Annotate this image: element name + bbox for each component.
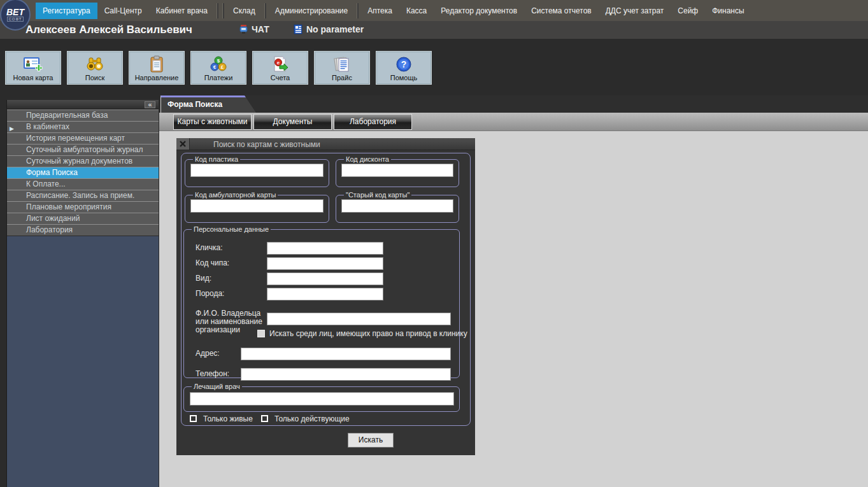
binoculars-icon	[85, 55, 104, 74]
discount-code-label: Код дисконта	[344, 155, 391, 163]
clipboard-icon	[149, 55, 164, 74]
menu-item-finansy[interactable]: Финансы	[705, 3, 751, 19]
doctor-group: Лечащий врач	[183, 383, 460, 412]
chat-button[interactable]: ЧАТ	[239, 24, 269, 34]
menu-item-sistema-otchetov[interactable]: Система отчетов	[524, 3, 599, 19]
doctor-input[interactable]	[190, 392, 454, 406]
ambulatory-code-group: Код амбулаторной карты	[185, 191, 329, 223]
menu-item-seyf[interactable]: Сейф	[671, 3, 705, 19]
price-list-button[interactable]: Прайс	[314, 51, 370, 85]
discount-code-input[interactable]	[341, 164, 453, 177]
menu-separator	[357, 3, 359, 18]
parameter-button[interactable]: No parameter	[294, 24, 364, 34]
toolbar-button-label: Направление	[135, 74, 179, 81]
owner-name-input[interactable]	[267, 313, 451, 325]
sidebar-item-sutochny-ambulatorny[interactable]: Суточный амбулаторный журнал	[7, 144, 159, 155]
menu-item-call-center[interactable]: Call-Центр	[97, 3, 149, 19]
owner-search-checkbox-label: Искать среди лиц, имеющих право на приво…	[269, 329, 467, 338]
phone-input[interactable]	[241, 368, 451, 381]
close-button[interactable]	[176, 138, 190, 150]
sidebar-item-forma-poiska[interactable]: Форма Поиска	[7, 167, 159, 178]
plastic-code-input[interactable]	[190, 164, 324, 177]
subtab-karty-s-zhivotnymi[interactable]: Карты с животными	[173, 114, 252, 130]
phone-label: Телефон:	[196, 369, 229, 378]
svg-text:?: ?	[401, 59, 407, 69]
doctor-label: Лечащий врач	[192, 383, 242, 390]
vetsoft-logo: ВЕТ СОФТ	[0, 0, 31, 31]
menu-item-registratura[interactable]: Регистратура	[36, 3, 97, 19]
old-code-input[interactable]	[341, 199, 453, 213]
subtab-laboratoriya[interactable]: Лаборатория	[334, 114, 412, 130]
breed-input[interactable]	[267, 288, 383, 300]
search-submit-button[interactable]: Искать	[348, 433, 394, 448]
only-alive-checkbox[interactable]	[190, 415, 197, 422]
owner-search-checkbox[interactable]	[257, 330, 265, 337]
sidebar-item-sutochny-zhurnal-dok[interactable]: Суточный журнал документов	[7, 155, 159, 167]
menu-item-dds-uchet-zatrat[interactable]: ДДС учет затрат	[599, 3, 671, 19]
species-input[interactable]	[267, 272, 383, 285]
subtab-dokumenty[interactable]: Документы	[253, 114, 332, 130]
species-label: Вид:	[196, 274, 211, 283]
menu-item-apteka[interactable]: Аптека	[360, 3, 399, 19]
sidebar-item-raspisanie[interactable]: Расписание. Запись на прием.	[7, 190, 159, 201]
sidebar-item-list-ozhidaniy[interactable]: Лист ожиданий	[7, 213, 159, 224]
sub-tab-bar: Карты с животными Документы Лаборатория	[159, 113, 868, 131]
sidebar-item-predvaritelnaya-baza[interactable]: Предварительная база	[7, 109, 159, 121]
chat-label: ЧАТ	[252, 24, 269, 34]
toolbar-button-label: Новая карта	[13, 74, 53, 81]
new-card-icon	[24, 55, 43, 74]
discount-code-group: Код дисконта	[336, 155, 459, 187]
plastic-code-group: Код пластика	[185, 155, 329, 187]
chip-code-input[interactable]	[267, 257, 383, 270]
sidebar-item-planovye-meropriyatiya[interactable]: Плановые мероприятия	[7, 201, 159, 213]
menu-item-sklad[interactable]: Склад	[226, 3, 262, 19]
referral-button[interactable]: Направление	[129, 51, 185, 85]
search-dialog: Поиск по картам с животными Код пластика…	[176, 138, 475, 455]
help-button[interactable]: ? Помощь	[376, 51, 432, 85]
address-input[interactable]	[241, 348, 451, 360]
only-active-checkbox[interactable]	[261, 415, 268, 422]
toolbar: Новая карта Поиск	[0, 39, 868, 95]
chevrons-left-icon[interactable]: «	[145, 101, 155, 108]
close-icon	[180, 141, 186, 147]
ambulatory-code-input[interactable]	[190, 199, 324, 213]
top-menu-bar: Регистратура Call-Центр Кабинет врача Ск…	[0, 0, 868, 21]
sidebar-item-k-oplate[interactable]: К Оплате...	[7, 178, 159, 190]
owner-name-label: Ф.И.О. Владельца или наименование органи…	[196, 309, 262, 334]
svg-text:e: e	[277, 60, 280, 66]
invoice-icon: e	[272, 55, 288, 74]
search-button[interactable]: Поиск	[67, 51, 123, 85]
sidebar: « Предварительная база ▶В кабинетах Исто…	[0, 95, 159, 487]
nickname-label: Кличка:	[196, 243, 222, 252]
menu-item-kassa[interactable]: Касса	[399, 3, 434, 19]
parameter-label: No parameter	[306, 24, 364, 34]
content-area: Форма Поиска Карты с животными Документы…	[159, 95, 868, 487]
user-bar: Алексеев Алексей Васильевич ЧАТ No param…	[0, 21, 868, 39]
invoices-button[interactable]: e Счета	[252, 51, 308, 85]
sidebar-item-laboratoriya[interactable]: Лаборатория	[7, 224, 159, 236]
help-icon: ?	[395, 55, 412, 74]
sidebar-item-v-kabinetah[interactable]: ▶В кабинетах	[7, 121, 159, 132]
tab-forma-poiska[interactable]: Форма Поиска	[160, 95, 256, 113]
menu-separator	[264, 3, 266, 18]
menu-item-redaktor-dokumentov[interactable]: Редактор документов	[434, 3, 524, 19]
menu-item-administrirovanie[interactable]: Администрирование	[268, 3, 355, 19]
sidebar-item-label: В кабинетах	[26, 122, 69, 131]
new-card-button[interactable]: Новая карта	[5, 51, 61, 85]
personal-data-label: Персональные данные	[192, 225, 271, 233]
dialog-title-bar: Поиск по картам с животными	[176, 138, 475, 150]
dialog-title: Поиск по картам с животными	[213, 140, 320, 149]
menu-item-kabinet-vracha[interactable]: Кабинет врача	[149, 3, 215, 19]
sidebar-item-istoriya-peremescheniya[interactable]: История перемещения карт	[7, 132, 159, 144]
old-code-group: "Старый код карты"	[336, 191, 459, 223]
personal-data-group: Персональные данные Кличка: Код чипа: Ви…	[183, 225, 460, 378]
menu-separator	[222, 3, 224, 18]
chip-code-label: Код чипа:	[196, 258, 229, 267]
payments-button[interactable]: $ € £ Платежи	[190, 51, 246, 85]
logo-text: ВЕТ	[6, 8, 24, 17]
toolbar-button-label: Поиск	[85, 74, 104, 81]
toolbar-button-label: Платежи	[204, 74, 233, 81]
logo-subtext: СОФТ	[7, 17, 24, 22]
nickname-input[interactable]	[267, 242, 383, 255]
only-alive-label: Только живые	[203, 414, 253, 423]
